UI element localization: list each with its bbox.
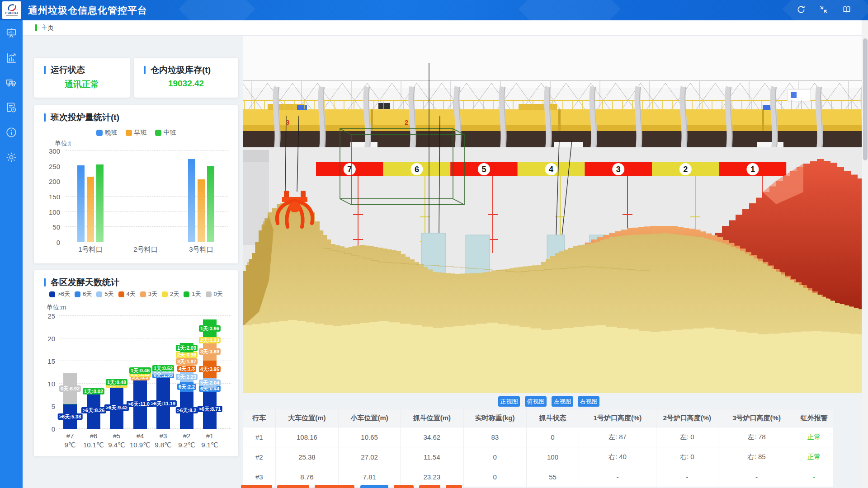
settings-icon xyxy=(5,151,17,163)
table-row[interactable]: #38.767.8123.23055---- xyxy=(243,467,833,487)
legend-item-6天[interactable]: 6天 xyxy=(75,290,92,298)
table-cell: - xyxy=(656,467,718,487)
table-cell: 右: 40 xyxy=(579,447,656,467)
x-axis-label: #59.4℃ xyxy=(108,432,125,450)
scene-sky xyxy=(243,36,868,95)
table-header-row: 行车大车位置(m)小车位置(m)抓斗位置(m)实时称重(kg)抓斗状态1号炉口高… xyxy=(243,409,833,427)
manual-icon[interactable] xyxy=(842,5,852,14)
sidebar-item-dashboard[interactable] xyxy=(0,20,23,45)
sidebar-item-settings[interactable] xyxy=(0,145,23,169)
gridline xyxy=(59,315,231,316)
status-value: 19032.42 xyxy=(134,79,238,89)
bar-晚班 xyxy=(77,165,85,242)
sidebar-item-reports[interactable] xyxy=(0,95,23,120)
statistics-icon xyxy=(5,52,17,64)
legend-chip xyxy=(96,291,102,297)
bottom-button-7[interactable] xyxy=(446,485,462,488)
table-row[interactable]: #225.3827.0211.540100右: 40右: 0右: 85正常 xyxy=(243,447,833,467)
svg-text:5: 5 xyxy=(481,165,486,174)
table-cell: #3 xyxy=(243,467,276,487)
legend-item-3天[interactable]: 3天 xyxy=(140,290,157,298)
table-cell: 0 xyxy=(527,427,579,447)
gridline xyxy=(66,166,228,166)
y-axis-label: 50 xyxy=(38,223,60,231)
table-cell: - xyxy=(795,467,833,487)
segment-label: >6天:8.2 xyxy=(176,407,198,413)
bottom-button-2[interactable] xyxy=(277,485,309,488)
legend-chip xyxy=(184,291,189,297)
segment-label: >6天:8.26 xyxy=(81,407,106,413)
x-axis-label: 1号料口 xyxy=(78,245,102,254)
bottom-button-3[interactable] xyxy=(315,485,354,488)
fermentation-chart-card: 各区发酵天数统计 >6天6天5天4天3天2天1天0天 单位:m 05101520… xyxy=(34,270,238,456)
bunker-3d-view[interactable]: 32 7654321 xyxy=(243,36,868,393)
legend-item->6天[interactable]: >6天 xyxy=(49,290,70,298)
sidebar-item-statistics[interactable] xyxy=(0,45,23,70)
y-axis-label: 0 xyxy=(40,425,55,433)
segment-label: 2天:1.23 xyxy=(199,337,221,343)
bottom-button-5[interactable] xyxy=(394,485,414,488)
view-button-1[interactable]: 正视图 xyxy=(498,396,520,407)
view-button-3[interactable]: 左视图 xyxy=(552,396,573,407)
legend-item-中班[interactable]: 中班 xyxy=(155,129,176,137)
scrollbar-thumb[interactable] xyxy=(863,38,868,160)
y-axis-label: 300 xyxy=(38,147,60,155)
status-value: 通讯正常 xyxy=(34,79,130,90)
legend-chip xyxy=(118,291,124,297)
table-cell: 正常 xyxy=(795,447,833,467)
table-cell: 34.62 xyxy=(401,427,463,447)
page-title: 通州垃圾仓信息化管控平台 xyxy=(28,0,147,20)
table-cell: 0 xyxy=(463,467,526,487)
segment-label: 1天:0.48 xyxy=(106,379,127,385)
legend-label: 6天 xyxy=(83,290,92,298)
gridline xyxy=(66,150,228,151)
bottom-button-4[interactable] xyxy=(360,485,388,488)
y-axis-unit: 单位:m xyxy=(47,304,66,312)
legend-label: 1天 xyxy=(192,290,201,298)
legend-chip xyxy=(126,130,132,136)
logo-text: FUERLI xyxy=(5,11,18,14)
y-axis-label: 15 xyxy=(40,357,55,365)
bar-晚班 xyxy=(188,159,195,242)
table-cell: 55 xyxy=(527,467,579,487)
chart-title: 班次投炉量统计(t) xyxy=(44,112,119,123)
segment-label: 6天:2.2 xyxy=(177,384,196,390)
legend-item-1天[interactable]: 1天 xyxy=(184,290,201,298)
bar-segment-1天 xyxy=(63,404,77,404)
breadcrumb-accent xyxy=(35,24,37,31)
segment-label: 5天:2.23 xyxy=(176,374,198,380)
legend-item-5天[interactable]: 5天 xyxy=(96,290,113,298)
x-axis-label: 3号料口 xyxy=(189,245,213,254)
legend-item-0天[interactable]: 0天 xyxy=(206,290,223,298)
segment-label: 4天:1.3 xyxy=(177,366,196,372)
status-title-text: 运行状态 xyxy=(51,64,85,76)
logo-subline xyxy=(6,15,18,17)
segment-label: 4天:3.95 xyxy=(199,366,221,372)
table-header-cell: 3号炉口高度(%) xyxy=(718,409,795,427)
breadcrumb-label[interactable]: 主页 xyxy=(41,24,54,32)
legend-item-早班[interactable]: 早班 xyxy=(126,129,147,137)
legend-item-晚班[interactable]: 晚班 xyxy=(96,129,118,137)
legend-item-2天[interactable]: 2天 xyxy=(162,290,179,298)
table-header-cell: 实时称重(kg) xyxy=(463,409,526,427)
refresh-icon[interactable] xyxy=(797,5,806,14)
compress-icon[interactable] xyxy=(819,5,828,14)
sidebar-item-trucks[interactable] xyxy=(0,70,23,95)
view-button-4[interactable]: 右视图 xyxy=(578,396,599,407)
table-header-cell: 小车位置(m) xyxy=(339,409,401,427)
scrollbar-track[interactable] xyxy=(862,20,868,488)
legend-label: 3天 xyxy=(148,290,157,298)
x-axis-label: #39.8℃ xyxy=(155,432,172,450)
shift-output-chart-card: 班次投炉量统计(t) 晚班早班中班 单位:t 05010015020025030… xyxy=(34,105,238,263)
table-cell: #1 xyxy=(243,427,276,447)
segment-label: 1天:2.09 xyxy=(176,345,198,351)
title-accent xyxy=(44,278,46,286)
bottom-button-1[interactable] xyxy=(241,485,272,488)
sidebar-item-info[interactable] xyxy=(0,120,23,145)
bottom-button-6[interactable] xyxy=(419,485,440,488)
view-button-2[interactable]: 俯视图 xyxy=(525,396,547,407)
table-cell: 108.16 xyxy=(275,427,338,447)
table-row[interactable]: #1108.1610.6534.62830左: 87左: 0左: 78正常 xyxy=(243,427,833,447)
legend-item-4天[interactable]: 4天 xyxy=(118,290,136,298)
title-accent xyxy=(44,113,46,122)
